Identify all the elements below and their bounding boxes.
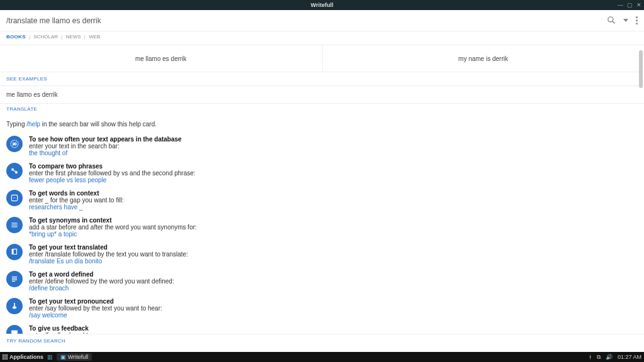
comparison-right: my name is derrik [322,45,645,72]
feature-title: To get your text translated [29,244,188,251]
try-random-link[interactable]: TRY RANDOM SEARCH [0,334,644,346]
feature-translate: To get your text translated enter /trans… [4,241,640,268]
feature-title: To give us feedback [29,325,140,332]
bluetooth-icon[interactable]: ᚼ [589,354,592,360]
synonym-icon [6,217,23,233]
feature-desc: enter /define followed by the word you w… [29,278,174,285]
feature-desc: enter your text in the search bar: [29,143,182,150]
dropbox-icon[interactable]: ⧉ [597,354,601,361]
workspace-icon[interactable]: ▥ [47,354,53,360]
count-icon: 20 [6,136,23,152]
feature-desc: enter the first phrase followed by vs an… [29,170,196,177]
source-web[interactable]: WEB [89,34,100,40]
feature-example[interactable]: the thought of [29,150,182,156]
define-icon [6,271,23,287]
feature-context: To get words in context enter _ for the … [4,187,640,214]
see-examples-link[interactable]: SEE EXAMPLES [0,72,644,85]
feature-synonym: To get synonyms in context add a star be… [4,214,640,241]
compare-icon [6,163,23,179]
help-command: /help [26,121,40,128]
context-icon [6,190,23,206]
feature-desc: enter /translate followed by the text yo… [29,251,188,258]
translate-link[interactable]: TRANSLATE [0,104,644,116]
chevron-down-icon[interactable] [623,19,628,22]
minimize-icon[interactable]: — [618,2,623,8]
feature-desc: enter /feedback and type your message [29,332,140,334]
comparison-left: me llamo es derrik [0,45,322,72]
feature-title: To see how often your text appears in th… [29,136,182,143]
feature-example[interactable]: researchers have _ [29,204,124,211]
feature-example[interactable]: /say welcome [29,312,162,319]
help-hint: Typing /help in the search bar will show… [0,116,644,133]
translate-icon [6,244,23,260]
feature-desc: enter _ for the gap you want to fill: [29,197,124,204]
feature-example[interactable]: /define broach [29,285,174,292]
maximize-icon[interactable]: ▢ [627,2,633,8]
svg-point-4 [11,168,14,171]
feature-title: To compare two phrases [29,163,196,170]
search-row: /translate me llamo es derrik [0,10,644,31]
feature-feedback: To give us feedback enter /feedback and … [4,322,640,334]
close-icon[interactable]: ✕ [636,2,641,8]
feature-compare: To compare two phrases enter the first p… [4,160,640,187]
feature-title: To get your text pronounced [29,298,162,305]
applications-menu[interactable]: Applications [3,354,43,360]
kebab-menu-icon[interactable] [636,16,638,25]
taskbar: Applications ▥ ▣ Writefull ᚼ ⧉ 🔊 01:27 A… [0,352,644,362]
feature-count: 20 To see how often your text appears in… [4,133,640,160]
window-titlebar: Writefull — ▢ ✕ [0,0,644,10]
svg-line-1 [613,21,615,23]
pronounce-icon [6,298,23,314]
app-icon: ▣ [60,354,66,360]
scrollbar[interactable] [639,50,643,88]
svg-rect-17 [14,303,14,307]
translate-panel: me llamo es derrik [0,85,644,104]
apps-grid-icon [3,354,8,359]
feature-example[interactable]: fewer people vs less people [29,177,196,184]
svg-point-0 [608,16,613,21]
feedback-icon [6,325,23,334]
search-input[interactable]: /translate me llamo es derrik [6,16,607,25]
svg-text:20: 20 [13,142,17,146]
feature-title: To get words in context [29,190,124,197]
feature-example[interactable]: /translate Es un día bonito [29,258,188,265]
svg-point-5 [15,172,18,174]
source-scholar[interactable]: SCHOLAR [33,34,58,40]
volume-icon[interactable]: 🔊 [606,354,613,360]
comparison-row: me llamo es derrik my name is derrik [0,45,644,72]
search-icon[interactable] [607,16,616,26]
feature-desc: enter /say followed by the text you want… [29,305,162,312]
source-news[interactable]: NEWS [66,34,81,40]
window-title: Writefull [311,2,333,8]
feature-desc: add a star before and after the word you… [29,224,197,231]
feature-pronounce: To get your text pronounced enter /say f… [4,295,640,322]
svg-rect-11 [12,249,13,254]
feature-title: To get a word defined [29,271,174,278]
app-body: /translate me llamo es derrik BOOKS | SC… [0,10,644,352]
feature-title: To get synonyms in context [29,217,197,224]
source-books[interactable]: BOOKS [6,34,26,40]
features-list: 20 To see how often your text appears in… [0,133,644,334]
clock[interactable]: 01:27 AM [618,354,641,360]
feature-example[interactable]: *bring up* a topic [29,231,197,238]
taskbar-task-writefull[interactable]: ▣ Writefull [57,353,92,361]
feature-define: To get a word defined enter /define foll… [4,268,640,295]
source-tabs: BOOKS | SCHOLAR | NEWS | WEB [0,31,644,45]
